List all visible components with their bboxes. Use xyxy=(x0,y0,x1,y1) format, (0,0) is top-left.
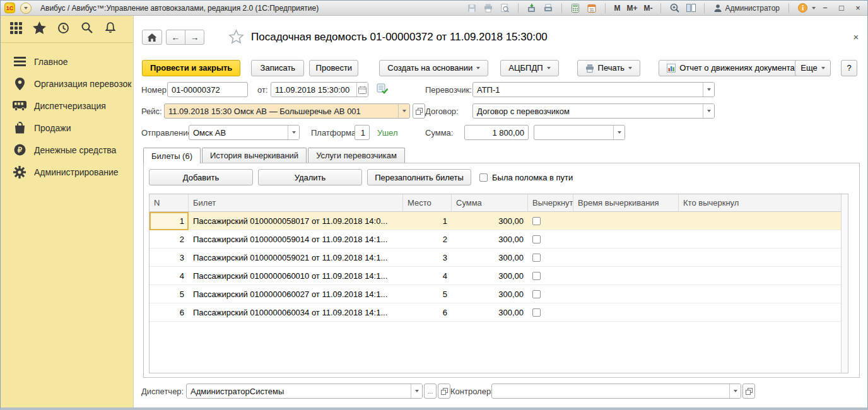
calendar-icon[interactable]: 31 xyxy=(585,2,599,15)
search-icon[interactable] xyxy=(81,21,93,37)
dropdown-button[interactable] xyxy=(613,126,625,139)
sidebar-item-main[interactable]: Главное xyxy=(1,50,133,73)
help-button[interactable]: ? xyxy=(841,60,857,76)
cell-n[interactable]: 3 xyxy=(150,249,189,266)
cell-sum[interactable]: 300,00 xyxy=(452,212,528,230)
memory-minus-button[interactable]: M- xyxy=(642,4,654,13)
memory-plus-button[interactable]: M+ xyxy=(625,4,639,13)
cell-n[interactable]: 5 xyxy=(150,285,189,303)
add-button[interactable]: Добавить xyxy=(149,169,253,185)
system-menu-button[interactable] xyxy=(20,3,32,14)
cell-strikeout-time[interactable] xyxy=(573,303,679,321)
contract-field[interactable]: Договор с перевозчиком xyxy=(472,103,715,119)
create-based-on-button[interactable]: Создать на основании xyxy=(379,60,488,76)
notifications-bell-icon[interactable] xyxy=(104,21,117,37)
cell-strikeout-time[interactable] xyxy=(573,230,679,248)
save-icon[interactable] xyxy=(465,2,479,15)
calculator-icon[interactable] xyxy=(568,2,582,15)
more-button[interactable]: Еще xyxy=(795,60,831,76)
cell-sum[interactable]: 300,00 xyxy=(452,303,528,321)
tab-tickets[interactable]: Билеты (6) xyxy=(143,148,201,163)
cell-strikeout-time[interactable] xyxy=(573,249,679,266)
acbpdp-button[interactable]: АЦБПДП xyxy=(500,60,558,76)
info-icon[interactable] xyxy=(795,2,809,15)
open-dispatcher-button[interactable] xyxy=(438,384,450,399)
cell-seat[interactable]: 4 xyxy=(403,267,452,284)
tab-strikeout-history[interactable]: История вычеркиваний xyxy=(202,148,307,163)
print-preview-icon[interactable] xyxy=(498,2,512,15)
sidebar-item-dispatching[interactable]: Диспетчеризация xyxy=(1,95,133,117)
sidebar-item-administration[interactable]: Администрирование xyxy=(1,161,133,183)
strikeout-checkbox[interactable] xyxy=(532,272,541,280)
cell-ticket[interactable]: Пассажирский 0100000060034 от 11.09.2018… xyxy=(189,303,403,321)
open-trip-button[interactable] xyxy=(413,103,425,119)
cell-sum[interactable]: 300,00 xyxy=(452,249,528,266)
cell-seat[interactable]: 6 xyxy=(403,303,452,321)
cell-strikeout-by[interactable] xyxy=(679,285,842,303)
sidebar-item-cash[interactable]: ₽ Денежные средства xyxy=(1,139,133,161)
controller-field[interactable] xyxy=(491,384,741,399)
cell-seat[interactable]: 2 xyxy=(403,230,452,248)
sidebar-item-sales[interactable]: Продажи xyxy=(1,117,133,139)
cell-ticket[interactable]: Пассажирский 0100000059021 от 11.09.2018… xyxy=(189,249,403,266)
table-row[interactable]: 3 Пассажирский 0100000059021 от 11.09.20… xyxy=(150,249,848,267)
export-icon[interactable] xyxy=(541,2,555,15)
dropdown-button[interactable] xyxy=(411,384,422,398)
cell-n[interactable]: 2 xyxy=(150,230,189,248)
close-window-button[interactable]: × xyxy=(851,2,865,15)
trip-field[interactable]: 11.09.2018 15:30 Омск АВ — Большеречье А… xyxy=(164,103,410,119)
post-button[interactable]: Провести xyxy=(309,60,358,76)
memory-button[interactable]: M xyxy=(612,4,622,13)
dropdown-button[interactable] xyxy=(288,126,299,139)
dispatcher-choose-button[interactable]: ... xyxy=(424,384,437,399)
cell-strikeout-by[interactable] xyxy=(679,267,842,284)
cell-ticket[interactable]: Пассажирский 0100000060010 от 11.09.2018… xyxy=(189,267,403,284)
history-icon[interactable] xyxy=(57,21,70,37)
import-icon[interactable] xyxy=(525,2,539,15)
print-icon[interactable] xyxy=(481,2,495,15)
carrier-field[interactable]: АТП-1 xyxy=(472,82,715,97)
apps-grid-icon[interactable] xyxy=(10,22,22,37)
sum-extra-field[interactable] xyxy=(534,125,625,140)
table-scrollbar[interactable] xyxy=(841,194,848,373)
cell-strikeout-by[interactable] xyxy=(679,212,842,230)
cell-strikeout-time[interactable] xyxy=(573,267,679,284)
sum-field[interactable]: 1 800,00 xyxy=(464,125,529,140)
table-row[interactable]: 2 Пассажирский 0100000059014 от 11.09.20… xyxy=(150,230,848,249)
tab-carrier-services[interactable]: Услуги перевозчикам xyxy=(308,148,405,163)
cell-n[interactable]: 1 xyxy=(150,212,189,230)
platform-field[interactable]: 1 xyxy=(355,125,370,140)
cell-strikeout-time[interactable] xyxy=(573,285,679,303)
cell-sum[interactable]: 300,00 xyxy=(452,267,528,284)
zoom-icon[interactable] xyxy=(667,2,681,15)
favorites-star-icon[interactable] xyxy=(33,21,46,37)
home-button[interactable] xyxy=(142,30,162,45)
cell-seat[interactable]: 3 xyxy=(403,249,452,266)
departure-field[interactable]: Омск АВ xyxy=(189,125,300,140)
print-button[interactable]: Печать xyxy=(577,60,641,76)
calendar-picker-button[interactable] xyxy=(356,83,368,97)
write-button[interactable]: Записать xyxy=(251,60,304,76)
open-controller-button[interactable] xyxy=(742,384,755,399)
back-button[interactable]: ← xyxy=(166,30,185,45)
strikeout-checkbox[interactable] xyxy=(532,217,541,225)
dropdown-button[interactable] xyxy=(398,104,409,118)
cell-strikeout-time[interactable] xyxy=(573,212,679,230)
favorite-star-icon[interactable] xyxy=(228,29,244,47)
close-document-button[interactable]: × xyxy=(849,30,863,44)
dropdown-button[interactable] xyxy=(703,104,714,118)
cell-n[interactable]: 6 xyxy=(150,303,189,321)
cell-strikeout-by[interactable] xyxy=(679,249,842,266)
current-user[interactable]: Администратор xyxy=(711,4,782,13)
table-row[interactable]: 4 Пассажирский 0100000060010 от 11.09.20… xyxy=(150,267,848,285)
cell-ticket[interactable]: Пассажирский 0100000059014 от 11.09.2018… xyxy=(189,230,403,248)
post-and-close-button[interactable]: Провести и закрыть xyxy=(142,60,240,76)
document-movements-report-button[interactable]: Отчет о движениях документа xyxy=(659,60,803,76)
table-row[interactable]: 5 Пассажирский 0100000060027 от 11.09.20… xyxy=(150,285,848,303)
sidebar-item-transport-organization[interactable]: Организация перевозок xyxy=(1,73,133,95)
date-field[interactable]: 11.09.2018 15:30:00 xyxy=(271,82,368,97)
cell-seat[interactable]: 1 xyxy=(403,212,452,230)
breakdown-checkbox[interactable] xyxy=(479,173,488,182)
cell-ticket[interactable]: Пассажирский 0100000060027 от 11.09.2018… xyxy=(189,285,403,303)
minimize-button[interactable]: − xyxy=(818,2,832,15)
